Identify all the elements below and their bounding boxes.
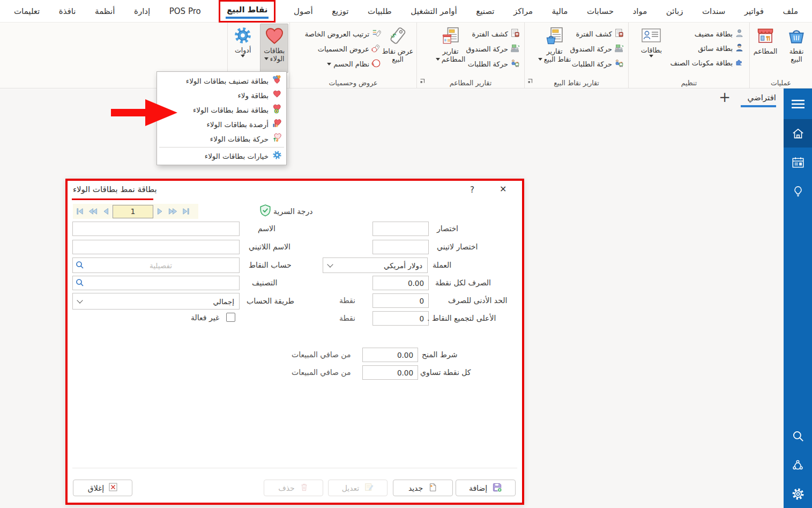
menubar-item-pos[interactable]: نقاط البيع — [219, 0, 275, 23]
edit-button[interactable]: تعديل — [328, 480, 388, 496]
menubar-item-administration[interactable]: إدارة — [133, 5, 151, 18]
period-statement-item-rest[interactable]: كشف الفترة — [466, 28, 520, 40]
period-statement-item[interactable]: كشف الفترة — [570, 28, 624, 40]
menubar-item-accounts[interactable]: حسابات — [586, 5, 615, 18]
pos-reports-button[interactable]: تقارير نقاط البيع — [539, 24, 570, 63]
dialog-launcher-icon[interactable] — [420, 76, 425, 86]
pos-button[interactable]: نقطة البيع — [782, 24, 811, 63]
menu-item-loyalty-movement[interactable]: حركة بطاقات الولاء — [157, 131, 286, 146]
search-icon[interactable] — [76, 278, 84, 289]
offers-order-icon — [371, 28, 381, 40]
name-input[interactable] — [72, 222, 240, 236]
latin-name-label: الاسم اللاتيني — [249, 242, 290, 251]
close-button[interactable]: إغلاق — [73, 480, 132, 496]
next-record-button[interactable] — [154, 205, 166, 218]
menubar-item-distribution[interactable]: توزيع — [331, 5, 349, 18]
gear-icon[interactable] — [784, 483, 812, 505]
new-button[interactable]: جديد — [393, 480, 453, 496]
add-button[interactable]: إضافة — [456, 480, 516, 496]
min-exchange-input[interactable] — [373, 293, 429, 308]
discount-system-item[interactable]: % نظام الحسم — [305, 58, 381, 70]
restaurant-reports-button[interactable]: تقارير المطاعم — [435, 24, 466, 63]
latin-abbrev-input[interactable] — [373, 240, 429, 254]
calc-method-select[interactable]: إجمالي — [72, 293, 240, 310]
menubar-item-manufacturing[interactable]: تصنيع — [475, 5, 495, 18]
menubar-item-window[interactable]: نافذة — [58, 5, 77, 18]
edit-pencil-icon — [364, 482, 374, 494]
classification-input[interactable] — [72, 276, 240, 290]
points-account-input[interactable] — [72, 257, 240, 273]
menubar-item-orders[interactable]: طلبيات — [367, 5, 393, 18]
max-points-unit: نقطة — [339, 314, 355, 322]
restaurant-reports-button-label2: المطاعم — [442, 56, 465, 64]
cash-movement-item[interactable]: حركة الصندوق — [570, 43, 624, 55]
search-icon[interactable] — [784, 425, 812, 447]
help-button[interactable]: ? — [470, 185, 474, 195]
menubar-item-pos-pro[interactable]: POS Pro — [168, 5, 202, 18]
menubar-item-materials[interactable]: مواد — [632, 5, 649, 18]
orders-movement-item[interactable]: حركة الطلبات — [570, 58, 624, 70]
orders-movement-label: حركة الطلبات — [468, 60, 508, 68]
hamburger-menu-icon[interactable] — [784, 93, 812, 115]
menubar-item-customers[interactable]: زبائن — [665, 5, 684, 18]
add-tab-button[interactable]: + — [719, 90, 731, 104]
max-points-input[interactable] — [373, 311, 429, 326]
delete-button[interactable]: حذف — [264, 480, 323, 496]
menubar-item-systems[interactable]: أنظمة — [94, 5, 116, 18]
menubar-item-centers[interactable]: مراكز — [512, 5, 534, 18]
cash-movement-item-rest[interactable]: حركة الصندوق — [466, 43, 520, 55]
annotation-underline — [72, 198, 153, 200]
last-record-button[interactable] — [180, 205, 192, 218]
record-number-field[interactable]: 1 — [113, 205, 153, 218]
classification-field — [72, 276, 240, 290]
menu-item-loyalty-options[interactable]: خيارات بطاقات الولاء — [157, 149, 286, 163]
sidebar-item-home[interactable] — [784, 119, 812, 148]
exchange-per-point-input[interactable] — [373, 276, 429, 290]
menubar-item-vouchers[interactable]: سندات — [701, 5, 726, 18]
item-components-card-item[interactable]: بطاقة مكونات الصنف — [670, 57, 744, 68]
dialog-launcher-icon[interactable] — [527, 76, 533, 86]
driver-card-item[interactable]: بطاقة سائق — [670, 43, 744, 54]
fast-previous-button[interactable] — [87, 205, 99, 218]
point-equals-input[interactable] — [362, 365, 418, 380]
restaurants-button[interactable]: المطاعم — [751, 24, 780, 56]
grant-condition-input[interactable] — [362, 348, 418, 362]
menubar-item-assets[interactable]: أصول — [293, 5, 314, 18]
security-shield-icon[interactable] — [259, 204, 271, 219]
loyalty-cards-button[interactable]: بطاقات الولاء — [260, 24, 288, 73]
pos-offers-button[interactable]: $ عرض نقاط البيع — [382, 24, 413, 63]
menubar-item-help[interactable]: تعليمات — [13, 5, 41, 18]
tools-button[interactable]: أدوات — [229, 24, 257, 57]
lightbulb-icon[interactable] — [784, 181, 812, 202]
abbrev-input[interactable] — [373, 222, 429, 236]
inactive-checkbox[interactable] — [226, 313, 235, 322]
fast-next-button[interactable] — [167, 205, 179, 218]
orders-movement-item-rest[interactable]: حركة الطلبات — [466, 58, 520, 70]
first-record-button[interactable] — [74, 205, 86, 218]
workspace-tab-default[interactable]: افتراضي — [741, 93, 776, 107]
heart-arrows-icon — [272, 133, 282, 144]
currency-select[interactable]: دولار أمريكي — [323, 257, 428, 273]
previous-record-button[interactable] — [100, 205, 112, 218]
menubar-item-finance[interactable]: مالية — [551, 5, 569, 18]
cards-button[interactable]: بطاقات — [636, 24, 667, 57]
search-icon[interactable] — [76, 261, 84, 271]
host-card-item[interactable]: بطاقة مضيف — [670, 28, 744, 39]
discount-offers-item[interactable]: % عروض الحسميات — [305, 43, 381, 55]
points-account-field — [72, 257, 240, 273]
menubar-item-work-orders[interactable]: أوامر التشغيل — [409, 5, 458, 18]
organize-group-label: تنظيم — [629, 79, 749, 87]
restaurant-reports-button-label: تقارير — [443, 48, 459, 56]
menubar-item-invoices[interactable]: فواتير — [743, 5, 765, 18]
close-icon[interactable]: ✕ — [500, 184, 506, 194]
currency-value: دولار أمريكي — [384, 261, 422, 270]
latin-name-input[interactable] — [72, 240, 240, 254]
special-offers-order-item[interactable]: ترتيب العروض الخاصة — [305, 28, 381, 40]
ribbon: نقطة البيع المطاعم عمليات بطاقة مضيف بطا… — [0, 23, 812, 89]
share-network-icon[interactable] — [784, 454, 812, 476]
footer-separator — [72, 468, 517, 468]
grant-condition-suffix: من صافي المبيعات — [292, 350, 351, 359]
menubar-item-file[interactable]: ملف — [781, 5, 799, 18]
calendar-icon[interactable] — [784, 152, 812, 173]
menu-item-loyalty-classification-card[interactable]: بطاقة تصنيف بطاقات الولاء — [157, 73, 286, 88]
